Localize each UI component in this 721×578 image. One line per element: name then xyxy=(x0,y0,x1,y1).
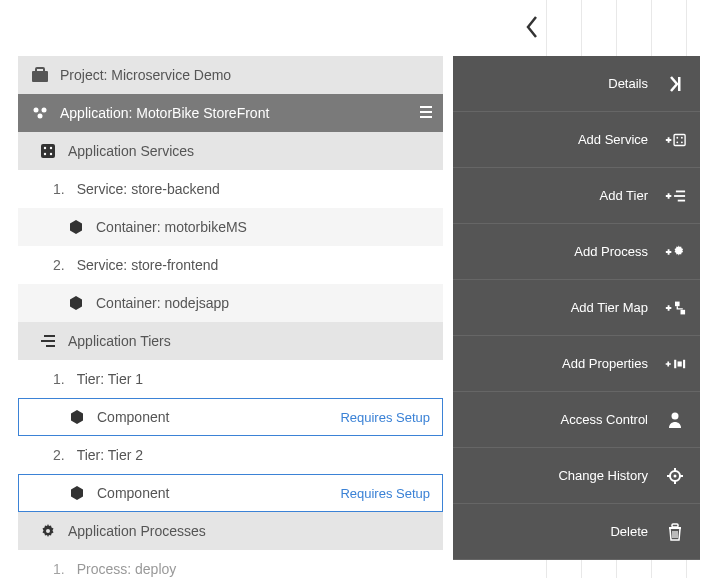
menu-add-properties[interactable]: Add Properties xyxy=(453,336,700,392)
tier-row-1[interactable]: 1. Tier: Tier 1 xyxy=(18,360,443,398)
grid-icon xyxy=(38,141,58,161)
menu-label: Access Control xyxy=(561,412,648,427)
svg-rect-24 xyxy=(681,309,686,314)
svg-point-30 xyxy=(674,474,677,477)
number-prefix: 2. xyxy=(53,257,65,273)
trash-icon xyxy=(664,521,686,543)
menu-label: Add Properties xyxy=(562,356,648,371)
tree-panel: Project: Microservice Demo Application: … xyxy=(18,56,443,578)
svg-rect-14 xyxy=(678,77,681,91)
app-tiers-label: Application Tiers xyxy=(68,333,171,349)
svg-point-3 xyxy=(42,108,47,113)
hexagon-icon xyxy=(66,217,86,237)
app-processes-row[interactable]: Application Processes xyxy=(18,512,443,550)
svg-rect-23 xyxy=(675,301,680,306)
details-icon xyxy=(664,73,686,95)
svg-point-2 xyxy=(34,108,39,113)
menu-label: Delete xyxy=(610,524,648,539)
number-prefix: 1. xyxy=(53,371,65,387)
svg-point-18 xyxy=(676,141,678,143)
svg-rect-22 xyxy=(678,199,685,201)
service-label: Service: store-frontend xyxy=(77,257,219,273)
hamburger-menu-icon[interactable] xyxy=(419,105,433,122)
menu-label: Add Tier Map xyxy=(571,300,648,315)
tiers-icon xyxy=(38,331,58,351)
svg-point-4 xyxy=(38,114,43,119)
process-label: Process: deploy xyxy=(77,561,177,577)
component-row-2[interactable]: Component Requires Setup xyxy=(18,474,443,512)
svg-point-9 xyxy=(50,153,52,155)
container-row-2[interactable]: Container: nodejsapp xyxy=(18,284,443,322)
svg-rect-25 xyxy=(674,359,676,367)
container-label: Container: nodejsapp xyxy=(96,295,229,311)
requires-setup-badge[interactable]: Requires Setup xyxy=(340,410,430,425)
svg-rect-32 xyxy=(672,524,678,527)
project-row[interactable]: Project: Microservice Demo xyxy=(18,56,443,94)
svg-rect-21 xyxy=(674,195,685,197)
add-tier-icon xyxy=(664,185,686,207)
add-service-icon xyxy=(664,129,686,151)
tier-label: Tier: Tier 2 xyxy=(77,447,143,463)
person-icon xyxy=(664,409,686,431)
app-tiers-row[interactable]: Application Tiers xyxy=(18,322,443,360)
number-prefix: 1. xyxy=(53,181,65,197)
app-dots-icon xyxy=(30,103,50,123)
container-row-1[interactable]: Container: motorbikeMS xyxy=(18,208,443,246)
number-prefix: 1. xyxy=(53,561,65,577)
svg-rect-15 xyxy=(674,134,685,145)
svg-point-8 xyxy=(44,153,46,155)
svg-rect-27 xyxy=(683,359,685,367)
menu-label: Add Process xyxy=(574,244,648,259)
app-processes-label: Application Processes xyxy=(68,523,206,539)
svg-rect-12 xyxy=(46,345,55,347)
menu-add-service[interactable]: Add Service xyxy=(453,112,700,168)
svg-rect-26 xyxy=(678,361,682,366)
menu-change-history[interactable]: Change History xyxy=(453,448,700,504)
service-label: Service: store-backend xyxy=(77,181,220,197)
component-label: Component xyxy=(97,485,169,501)
menu-add-tier[interactable]: Add Tier xyxy=(453,168,700,224)
menu-delete[interactable]: Delete xyxy=(453,504,700,560)
action-menu: Details Add Service Add Tier Add Process… xyxy=(453,56,700,560)
application-row[interactable]: Application: MotorBike StoreFront xyxy=(18,94,443,132)
process-row-1[interactable]: 1. Process: deploy xyxy=(18,550,443,578)
svg-point-7 xyxy=(50,147,52,149)
menu-label: Add Service xyxy=(578,132,648,147)
requires-setup-badge[interactable]: Requires Setup xyxy=(340,486,430,501)
service-row-2[interactable]: 2. Service: store-frontend xyxy=(18,246,443,284)
gear-icon xyxy=(38,521,58,541)
svg-rect-20 xyxy=(676,190,685,192)
svg-point-19 xyxy=(681,141,683,143)
tier-row-2[interactable]: 2. Tier: Tier 2 xyxy=(18,436,443,474)
application-label: Application: MotorBike StoreFront xyxy=(60,105,269,121)
container-label: Container: motorbikeMS xyxy=(96,219,247,235)
briefcase-icon xyxy=(30,65,50,85)
svg-rect-5 xyxy=(41,144,55,158)
project-label: Project: Microservice Demo xyxy=(60,67,231,83)
menu-access-control[interactable]: Access Control xyxy=(453,392,700,448)
add-process-icon xyxy=(664,241,686,263)
svg-point-28 xyxy=(672,412,679,419)
target-icon xyxy=(664,465,686,487)
menu-details[interactable]: Details xyxy=(453,56,700,112)
menu-label: Change History xyxy=(558,468,648,483)
svg-point-16 xyxy=(676,136,678,138)
service-row-1[interactable]: 1. Service: store-backend xyxy=(18,170,443,208)
svg-point-17 xyxy=(681,136,683,138)
tier-label: Tier: Tier 1 xyxy=(77,371,143,387)
menu-label: Add Tier xyxy=(600,188,648,203)
menu-add-tier-map[interactable]: Add Tier Map xyxy=(453,280,700,336)
svg-point-6 xyxy=(44,147,46,149)
add-properties-icon xyxy=(664,353,686,375)
app-services-row[interactable]: Application Services xyxy=(18,132,443,170)
back-chevron-icon[interactable] xyxy=(524,15,540,43)
add-tier-map-icon xyxy=(664,297,686,319)
svg-rect-1 xyxy=(36,68,44,72)
svg-rect-10 xyxy=(44,335,55,337)
hexagon-icon xyxy=(67,483,87,503)
component-row-1[interactable]: Component Requires Setup xyxy=(18,398,443,436)
menu-label: Details xyxy=(608,76,648,91)
svg-rect-11 xyxy=(41,340,55,342)
menu-add-process[interactable]: Add Process xyxy=(453,224,700,280)
number-prefix: 2. xyxy=(53,447,65,463)
